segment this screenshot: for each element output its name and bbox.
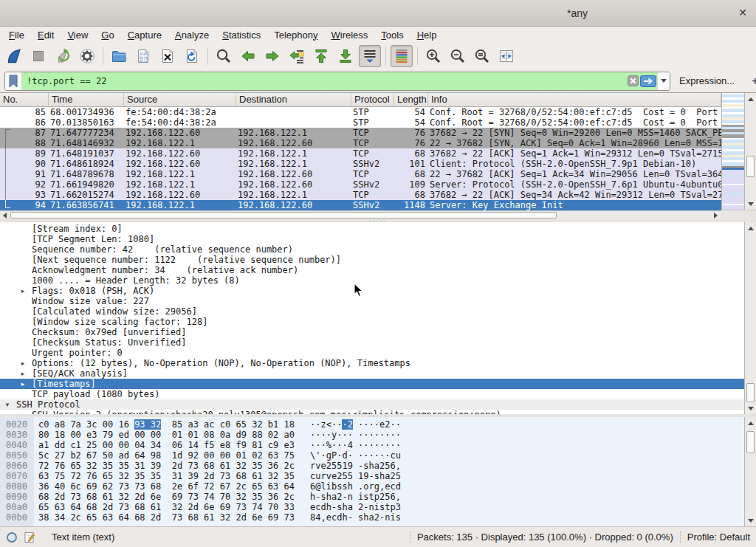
hex-row-0060[interactable]: 006072 76 65 32 35 35 31 39 2d 73 68 61 … bbox=[0, 461, 744, 471]
detail-row[interactable]: ▸Options: (12 bytes), No-Operation (NOP)… bbox=[0, 358, 744, 368]
expression-button[interactable]: Expression... bbox=[679, 75, 735, 86]
packet-row-93[interactable]: 9371.662015274192.168.122.60192.168.122.… bbox=[0, 190, 721, 200]
packet-row-87[interactable]: 8771.647777234192.168.122.60192.168.122.… bbox=[0, 128, 721, 138]
colorize-packets-icon[interactable] bbox=[391, 45, 413, 67]
detail-row[interactable]: [Calculated window size: 29056] bbox=[0, 306, 744, 317]
scroll-down-icon[interactable] bbox=[745, 198, 756, 210]
packet-row-94[interactable]: 9471.663856741192.168.122.1192.168.122.6… bbox=[0, 200, 721, 210]
packet-row-89[interactable]: 8971.648191037192.168.122.60192.168.122.… bbox=[0, 148, 721, 159]
detail-row[interactable]: ▸Flags: 0x018 (PSH, ACK) bbox=[0, 286, 744, 296]
hex-row-0080[interactable]: 008036 40 6c 69 62 73 73 68 2e 6f 72 67 … bbox=[0, 481, 744, 492]
clear-filter-icon[interactable] bbox=[627, 72, 639, 90]
menu-analyze[interactable]: Analyze bbox=[168, 28, 216, 42]
menu-edit[interactable]: Edit bbox=[31, 28, 61, 42]
detail-row[interactable]: Urgent pointer: 0 bbox=[0, 348, 744, 358]
hex-row-00b0[interactable]: 00b038 34 2c 65 63 64 68 2d 73 68 61 32 … bbox=[0, 512, 744, 523]
collapsed-expander-icon[interactable]: ▸ bbox=[18, 358, 27, 368]
column-header-info[interactable]: Info bbox=[428, 93, 721, 106]
detail-row[interactable]: ▸[SEQ/ACK analysis] bbox=[0, 368, 744, 379]
scroll-right-icon[interactable] bbox=[711, 211, 721, 219]
packet-list-hscrollbar[interactable] bbox=[0, 210, 721, 219]
detail-row[interactable]: [Stream index: 0] bbox=[0, 224, 744, 234]
go-forward-icon[interactable] bbox=[261, 45, 284, 67]
details-vscrollbar[interactable] bbox=[744, 222, 756, 414]
hex-row-0030[interactable]: 003080 18 00 e3 79 ed 00 00 01 01 08 0a … bbox=[0, 430, 744, 440]
filter-dropdown-caret-icon[interactable] bbox=[657, 72, 670, 90]
packet-list-vscrollbar[interactable] bbox=[744, 93, 756, 210]
column-header-length[interactable]: Length bbox=[394, 93, 428, 106]
zoom-reset-icon[interactable] bbox=[471, 45, 493, 67]
capture-options-icon[interactable] bbox=[76, 45, 98, 67]
hex-row-00a0[interactable]: 00a065 63 64 68 2d 73 68 61 32 2d 6e 69 … bbox=[0, 502, 744, 512]
hex-row-0040[interactable]: 0040a1 dd c1 25 00 00 04 34 06 14 f5 e8 … bbox=[0, 440, 744, 450]
go-to-packet-icon[interactable] bbox=[286, 45, 308, 67]
menu-file[interactable]: File bbox=[2, 28, 31, 42]
menu-help[interactable]: Help bbox=[410, 28, 444, 42]
reload-file-icon[interactable] bbox=[181, 45, 203, 67]
hex-row-0090[interactable]: 009068 2d 73 68 61 32 2d 6e 69 73 74 70 … bbox=[0, 492, 744, 502]
menu-statistics[interactable]: Statistics bbox=[216, 28, 267, 42]
scroll-down-icon[interactable] bbox=[745, 402, 756, 414]
detail-row[interactable]: Sequence number: 42 (relative sequence n… bbox=[0, 244, 744, 255]
bookmark-icon[interactable] bbox=[5, 72, 22, 90]
add-filter-button[interactable]: + bbox=[748, 75, 756, 88]
detail-row[interactable]: [Window size scaling factor: 128] bbox=[0, 317, 744, 327]
zoom-out-icon[interactable] bbox=[447, 45, 469, 67]
scroll-up-icon[interactable] bbox=[745, 93, 756, 105]
status-profile[interactable]: Profile: Default bbox=[687, 531, 750, 543]
collapsed-expander-icon[interactable]: ▸ bbox=[18, 379, 27, 389]
stop-capture-icon[interactable] bbox=[27, 45, 49, 67]
packet-row-90[interactable]: 9071.648618924192.168.122.60192.168.122.… bbox=[0, 159, 721, 169]
menu-telephony[interactable]: Telephony bbox=[267, 28, 324, 42]
apply-filter-icon[interactable] bbox=[639, 72, 657, 90]
detail-row[interactable]: Checksum: 0x79ed [unverified] bbox=[0, 327, 744, 337]
detail-row[interactable]: [Next sequence number: 1122 (relative se… bbox=[0, 255, 744, 265]
zoom-in-icon[interactable] bbox=[422, 45, 444, 67]
menu-capture[interactable]: Capture bbox=[121, 28, 168, 42]
packet-list-minimap[interactable] bbox=[721, 93, 744, 210]
resize-columns-icon[interactable] bbox=[495, 45, 518, 67]
scroll-up-icon[interactable] bbox=[745, 417, 756, 429]
menu-go[interactable]: Go bbox=[94, 28, 120, 42]
hex-row-0050[interactable]: 00505c 27 b2 67 50 ad 64 98 1d 92 00 00 … bbox=[0, 450, 744, 461]
vscroll-thumb[interactable] bbox=[746, 383, 755, 402]
detail-row[interactable]: [TCP Segment Len: 1080] bbox=[0, 234, 744, 244]
close-icon[interactable]: ✕ bbox=[738, 7, 747, 18]
column-header-protocol[interactable]: Protocol bbox=[351, 93, 394, 106]
vscroll-thumb[interactable] bbox=[746, 431, 755, 453]
auto-scroll-icon[interactable] bbox=[359, 45, 381, 67]
start-capture-icon[interactable] bbox=[3, 45, 25, 67]
menu-view[interactable]: View bbox=[61, 28, 94, 42]
hex-row-0020[interactable]: 0020c0 a8 7a 3c 00 16 93 32 85 a3 ac c0 … bbox=[0, 419, 744, 430]
detail-row[interactable]: [Checksum Status: Unverified] bbox=[0, 337, 744, 348]
menu-wireless[interactable]: Wireless bbox=[325, 28, 375, 42]
bytes-vscrollbar[interactable] bbox=[744, 417, 756, 526]
restart-capture-icon[interactable] bbox=[52, 45, 74, 67]
column-header-time[interactable]: Time bbox=[49, 93, 124, 106]
vscroll-thumb[interactable] bbox=[746, 156, 755, 177]
packet-row-91[interactable]: 9171.648789678192.168.122.1192.168.122.6… bbox=[0, 169, 721, 179]
capture-comment-icon[interactable] bbox=[24, 531, 36, 543]
scroll-down-icon[interactable] bbox=[745, 515, 756, 526]
save-file-icon[interactable]: 010101100113 bbox=[132, 45, 154, 67]
display-filter-input[interactable] bbox=[22, 72, 627, 90]
detail-row[interactable]: 1000 .... = Header Length: 32 bytes (8) bbox=[0, 275, 744, 286]
detail-row[interactable]: ▸[Timestamps] bbox=[0, 379, 744, 389]
collapsed-expander-icon[interactable]: ▸ bbox=[18, 368, 27, 379]
menu-tools[interactable]: Tools bbox=[374, 28, 410, 42]
detail-row[interactable]: ▾SSH Protocol bbox=[0, 399, 744, 410]
packet-row-85[interactable]: 8568.001734936fe:54:00:d4:38:2aSTP54Conf… bbox=[0, 107, 721, 117]
go-to-last-packet-icon[interactable] bbox=[334, 45, 357, 67]
collapsed-expander-icon[interactable]: ▸ bbox=[18, 286, 27, 296]
column-header-no[interactable]: No. bbox=[0, 93, 49, 106]
packet-row-88[interactable]: 8871.648146932192.168.122.1192.168.122.6… bbox=[0, 138, 721, 148]
packet-row-86[interactable]: 8670.013850163fe:54:00:d4:38:2aSTP54Conf… bbox=[0, 117, 721, 128]
detail-row[interactable]: Acknowledgment number: 34 (relative ack … bbox=[0, 265, 744, 275]
scroll-up-icon[interactable] bbox=[745, 222, 756, 234]
packet-row-92[interactable]: 9271.661949820192.168.122.1192.168.122.6… bbox=[0, 179, 721, 190]
column-header-destination[interactable]: Destination bbox=[236, 93, 351, 106]
scroll-left-icon[interactable] bbox=[0, 211, 10, 219]
open-file-icon[interactable] bbox=[108, 45, 130, 67]
detail-row[interactable]: TCP payload (1080 bytes) bbox=[0, 389, 744, 399]
hscroll-thumb[interactable] bbox=[10, 212, 557, 219]
